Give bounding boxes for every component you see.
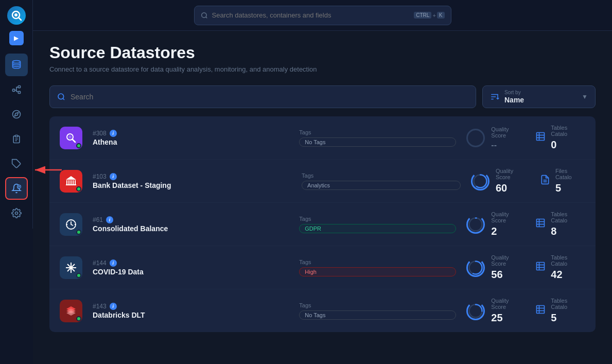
tables-info: Tables Catalo 8 [551, 211, 578, 237]
svg-rect-33 [66, 180, 67, 184]
keyboard-shortcut: CTRL + K [414, 12, 444, 19]
datastore-id: #308 [93, 130, 107, 137]
tag-badge[interactable]: Analytics [302, 181, 461, 190]
svg-marker-8 [14, 112, 18, 116]
tag-badge[interactable]: GDPR [299, 224, 456, 233]
quality-info: Quality Score 2 [491, 211, 518, 237]
toolbar: Sort by Name ▼ [49, 85, 596, 108]
quality-label: Quality Score [491, 211, 518, 223]
tables-icon [540, 175, 550, 187]
sidebar-nav [0, 49, 32, 229]
datastore-id: #143 [93, 303, 107, 310]
tag-badge[interactable]: No Tags [299, 310, 456, 320]
tables-wrap: Files Catalo 5 [540, 168, 585, 194]
quality-score: 25 [491, 312, 518, 324]
datastore-name: Databricks DLT [93, 311, 289, 319]
svg-rect-29 [537, 133, 545, 141]
global-search-input[interactable] [212, 11, 410, 19]
svg-point-16 [15, 212, 18, 215]
table-row[interactable]: #61 i Consolidated Balance Tags GDPR Qua… [49, 203, 596, 246]
info-icon[interactable]: i [110, 259, 117, 267]
datastore-tags: Tags High [299, 259, 456, 276]
datastore-id: #103 [93, 173, 107, 180]
datastore-icon [60, 256, 82, 279]
sidebar-item-settings[interactable] [5, 202, 28, 224]
tables-info: Tables Catalo 0 [551, 125, 578, 151]
svg-marker-38 [66, 176, 76, 180]
svg-rect-60 [537, 263, 545, 270]
sidebar-item-database[interactable] [5, 54, 28, 76]
svg-point-18 [201, 12, 206, 17]
sidebar-item-compass[interactable] [5, 103, 28, 126]
k-key: K [437, 12, 445, 19]
datastore-search-input[interactable] [71, 93, 468, 101]
global-search-bar[interactable]: CTRL + K [194, 6, 451, 25]
tables-info: Tables Catalo 5 [551, 298, 578, 324]
sidebar-item-diagram[interactable] [5, 78, 28, 101]
table-row[interactable]: #308 i Athena Tags No Tags Quality Score… [49, 116, 596, 160]
app-logo[interactable] [0, 0, 33, 31]
tables-wrap: Tables Catalo 8 [535, 211, 585, 237]
quality-label: Quality Score [496, 168, 523, 180]
tag-badge[interactable]: High [299, 267, 456, 276]
quality-wrap: Quality Score -- [466, 126, 525, 150]
svg-rect-37 [75, 180, 76, 184]
datastore-search-bar[interactable] [49, 85, 476, 108]
svg-rect-49 [537, 219, 545, 227]
status-dot [76, 186, 81, 192]
info-icon[interactable]: i [106, 216, 113, 223]
tables-info: Tables Catalo 42 [551, 254, 578, 281]
svg-line-2 [19, 18, 21, 20]
sort-select[interactable]: Sort by Name ▼ [482, 85, 596, 108]
expand-button[interactable]: ▶ [9, 31, 24, 45]
info-icon[interactable]: i [110, 303, 117, 310]
sort-text: Sort by Name [504, 90, 576, 105]
svg-point-3 [12, 61, 20, 63]
main-content: CTRL + K Source Datastores Connect to a … [33, 0, 612, 364]
info-icon[interactable]: i [110, 130, 117, 137]
page-header: Source Datastores Connect to a source da… [49, 43, 596, 73]
sidebar-item-bell-settings[interactable] [5, 177, 28, 200]
datastore-tags: Tags Analytics [302, 172, 461, 190]
svg-line-27 [73, 140, 75, 142]
table-row[interactable]: #103 i Bank Dataset - Staging Tags Analy… [49, 160, 596, 203]
sort-value: Name [504, 96, 524, 104]
svg-rect-69 [537, 306, 545, 314]
svg-point-57 [70, 267, 72, 269]
quality-score: 56 [491, 269, 518, 281]
sidebar-item-clipboard[interactable] [5, 128, 28, 150]
quality-wrap: Quality Score 2 [466, 211, 525, 237]
svg-rect-39 [66, 184, 76, 185]
tables-count: 42 [551, 269, 578, 281]
status-dot [76, 143, 81, 148]
tags-label: Tags [302, 172, 461, 179]
table-row[interactable]: #144 i COVID-19 Data Tags High Quality S… [49, 246, 596, 289]
svg-rect-34 [68, 180, 69, 184]
svg-point-47 [469, 218, 482, 231]
svg-rect-9 [15, 135, 18, 137]
sidebar: ▶ [0, 0, 33, 229]
datastore-icon [60, 300, 82, 322]
datastore-icon [60, 127, 82, 149]
tables-info: Files Catalo 5 [555, 168, 579, 194]
datastore-name: Bank Dataset - Staging [93, 181, 291, 189]
tags-label: Tags [299, 302, 456, 308]
ctrl-key: CTRL [414, 12, 431, 19]
datastore-name: Consolidated Balance [93, 224, 289, 233]
datastore-icon [60, 213, 82, 236]
datastore-name: COVID-19 Data [93, 268, 289, 276]
info-icon[interactable]: i [110, 173, 117, 180]
tag-badge[interactable]: No Tags [299, 137, 456, 147]
quality-circle [466, 215, 485, 234]
sidebar-item-tag[interactable] [5, 152, 28, 175]
svg-rect-35 [71, 180, 72, 184]
datastore-id: #144 [93, 259, 107, 267]
svg-point-28 [68, 135, 72, 138]
global-search-icon [201, 12, 208, 19]
datastore-name: Athena [93, 138, 289, 146]
table-row[interactable]: #143 i Databricks DLT Tags No Tags Quali… [49, 289, 596, 332]
status-dot [76, 316, 81, 321]
quality-circle [466, 129, 485, 147]
tables-icon [535, 304, 546, 317]
svg-rect-6 [18, 91, 20, 93]
